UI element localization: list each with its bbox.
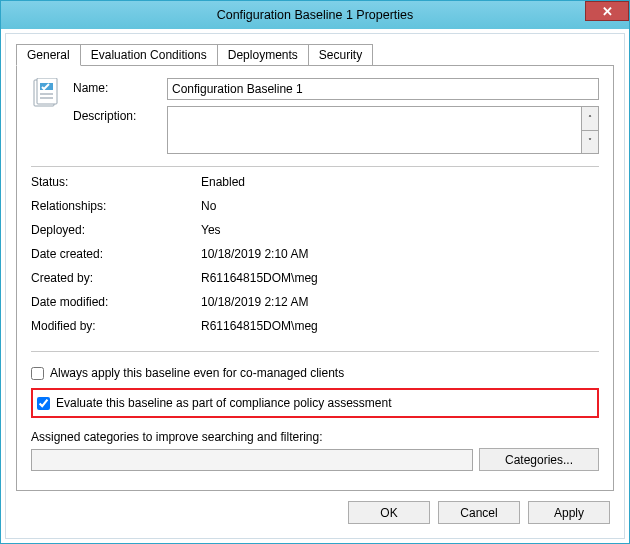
- modified-by-value: R61164815DOM\meg: [201, 319, 599, 333]
- tab-deployments[interactable]: Deployments: [217, 44, 309, 66]
- name-row: Name:: [73, 78, 599, 100]
- header-row: Name: Description: ˄ ˅: [31, 78, 599, 154]
- categories-display: [31, 449, 473, 471]
- highlighted-option: Evaluate this baseline as part of compli…: [31, 388, 599, 418]
- svg-rect-3: [40, 93, 53, 95]
- always-apply-checkbox[interactable]: [31, 367, 44, 380]
- tab-evaluation-conditions[interactable]: Evaluation Conditions: [80, 44, 218, 66]
- date-modified-label: Date modified:: [31, 295, 201, 309]
- tab-security[interactable]: Security: [308, 44, 373, 66]
- description-scroll-up[interactable]: ˄: [582, 107, 598, 131]
- description-label: Description:: [73, 106, 161, 123]
- status-value: Enabled: [201, 175, 599, 189]
- date-modified-value: 10/18/2019 2:12 AM: [201, 295, 599, 309]
- modified-by-label: Modified by:: [31, 319, 201, 333]
- dialog-button-bar: OK Cancel Apply: [16, 491, 614, 528]
- description-scroll-down[interactable]: ˅: [582, 131, 598, 154]
- window-title: Configuration Baseline 1 Properties: [1, 8, 629, 22]
- cancel-button[interactable]: Cancel: [438, 501, 520, 524]
- created-by-label: Created by:: [31, 271, 201, 285]
- evaluate-compliance-row[interactable]: Evaluate this baseline as part of compli…: [37, 394, 593, 412]
- deployed-label: Deployed:: [31, 223, 201, 237]
- close-button[interactable]: ✕: [585, 1, 629, 21]
- tab-panel-general: Name: Description: ˄ ˅: [16, 65, 614, 491]
- relationships-label: Relationships:: [31, 199, 201, 213]
- description-input[interactable]: [168, 107, 581, 153]
- baseline-icon: [31, 78, 63, 110]
- always-apply-row[interactable]: Always apply this baseline even for co-m…: [31, 364, 599, 382]
- tab-general[interactable]: General: [16, 44, 81, 66]
- apply-button[interactable]: Apply: [528, 501, 610, 524]
- tab-strip: General Evaluation Conditions Deployment…: [16, 44, 614, 66]
- categories-button[interactable]: Categories...: [479, 448, 599, 471]
- description-spinner: ˄ ˅: [581, 107, 598, 153]
- categories-label: Assigned categories to improve searching…: [31, 430, 599, 444]
- svg-rect-4: [40, 97, 53, 99]
- ok-button[interactable]: OK: [348, 501, 430, 524]
- status-label: Status:: [31, 175, 201, 189]
- date-created-value: 10/18/2019 2:10 AM: [201, 247, 599, 261]
- client-area: General Evaluation Conditions Deployment…: [5, 33, 625, 539]
- created-by-value: R61164815DOM\meg: [201, 271, 599, 285]
- description-row: Description: ˄ ˅: [73, 106, 599, 154]
- date-created-label: Date created:: [31, 247, 201, 261]
- titlebar[interactable]: Configuration Baseline 1 Properties ✕: [1, 1, 629, 29]
- relationships-value: No: [201, 199, 599, 213]
- divider-1: [31, 166, 599, 167]
- dialog-window: Configuration Baseline 1 Properties ✕ Ge…: [0, 0, 630, 544]
- description-wrap: ˄ ˅: [167, 106, 599, 154]
- deployed-value: Yes: [201, 223, 599, 237]
- evaluate-compliance-checkbox[interactable]: [37, 397, 50, 410]
- name-input[interactable]: [167, 78, 599, 100]
- categories-row: Categories...: [31, 448, 599, 471]
- info-grid: Status: Enabled Relationships: No Deploy…: [31, 175, 599, 333]
- close-icon: ✕: [602, 4, 613, 19]
- name-label: Name:: [73, 78, 161, 95]
- chevron-down-icon: ˅: [588, 137, 592, 146]
- divider-2: [31, 351, 599, 352]
- chevron-up-icon: ˄: [588, 114, 592, 123]
- evaluate-compliance-label: Evaluate this baseline as part of compli…: [56, 396, 392, 410]
- svg-rect-1: [37, 78, 57, 104]
- fields: Name: Description: ˄ ˅: [73, 78, 599, 154]
- always-apply-label: Always apply this baseline even for co-m…: [50, 366, 344, 380]
